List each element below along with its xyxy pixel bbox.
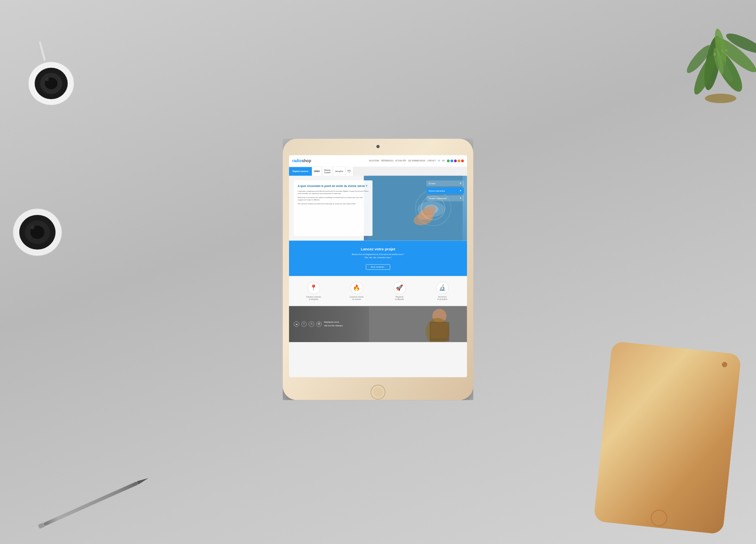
launch-section: Lancez votre projet Besoin d'un renseign… <box>289 241 467 276</box>
footer-social-icons: ☁ f 𝕏 ⚙ <box>294 321 322 327</box>
hero-para2: Radioshop vous propose des solutions mar… <box>298 197 369 202</box>
ipad-screen: radioshop SOLUTIONS RÉFÉRENCES ACTUALITÉ… <box>289 155 467 377</box>
hero-para1: L'expérience shopping a profondément évo… <box>298 191 369 195</box>
feature-reactivite-label: Réactivitéet efficacité <box>395 296 404 301</box>
hero-content-box: A quoi ressemble le point de vente du 21… <box>294 180 372 236</box>
feature-recherche-icon: 🔬 <box>436 281 449 294</box>
nav-icon-google[interactable] <box>447 159 450 162</box>
ipad-device: radioshop SOLUTIONS RÉFÉRENCES ACTUALITÉ… <box>283 139 473 400</box>
feature-reactivite: 🚀 Réactivitéet efficacité <box>381 281 419 301</box>
features-section: 📍 Solutions créativeset intégrées 🔥 Cons… <box>289 276 467 306</box>
borne-label: Borne interactive <box>429 190 445 192</box>
launch-subtitle-2: Vite, vite, vite, contactez nous ! <box>295 256 461 259</box>
speaker-top <box>24 55 79 112</box>
nav-icon-facebook[interactable] <box>450 159 453 162</box>
nav-link-actualites[interactable]: ACTUALITÉS <box>395 160 406 162</box>
tab-digital-instore[interactable]: Digital instore <box>289 167 312 176</box>
site-logo: radioshop <box>292 159 311 163</box>
svg-point-11 <box>713 53 716 56</box>
footer-icon-soundcloud[interactable]: ☁ <box>294 321 299 327</box>
realite-plus: + <box>460 196 461 200</box>
nav-link-solutions[interactable]: SOLUTIONS <box>369 160 379 162</box>
feature-recherche: 🔬 Rechercheet innovation <box>424 281 461 301</box>
nav-icon-other1[interactable] <box>458 159 460 162</box>
svg-point-22 <box>31 226 35 229</box>
svg-point-32 <box>376 145 380 148</box>
footer-icon-facebook[interactable]: f <box>301 321 307 327</box>
nav-link-fr[interactable]: FR <box>438 160 440 162</box>
gold-tablet <box>593 341 741 535</box>
feature-recherche-label: Rechercheet innovation <box>437 296 448 301</box>
plant-decoration <box>642 0 756 118</box>
svg-point-34 <box>373 387 383 397</box>
hero-para3: Des solutions créatives qui mettent la t… <box>298 203 369 205</box>
svg-rect-27 <box>593 341 741 535</box>
svg-point-1 <box>705 94 736 103</box>
ecrans-plus: + <box>460 181 461 185</box>
plant-svg <box>642 0 756 110</box>
feature-creative: 📍 Solutions créativeset intégrées <box>295 281 333 301</box>
tab-jennyfer[interactable]: JennyFer <box>333 167 346 176</box>
nav-social-icons <box>447 159 464 162</box>
nav-link-qui[interactable]: QUI SOMMES-NOUS <box>408 160 426 162</box>
footer-icon-settings[interactable]: ⚙ <box>316 321 322 327</box>
realite-label: Réalité augmentée <box>429 197 447 200</box>
nav-link-contact[interactable]: CONTACT <box>427 160 435 162</box>
nav-link-en[interactable]: EN <box>442 160 445 162</box>
site-footer: ☁ f 𝕏 ⚙ Rejoignez-nous vite sur les rése… <box>289 306 467 342</box>
hero-sidebar-realite[interactable]: Réalité augmentée + <box>426 195 464 201</box>
feature-conseil-label: Conseil et servicesur mesure <box>350 296 364 301</box>
footer-text-line1: Rejoignez-nous <box>324 320 343 324</box>
tab-gemo[interactable]: GÉMO <box>312 167 322 176</box>
ecrans-label: Ecrans <box>429 182 435 185</box>
hero-sidebar-borne[interactable]: Borne interactive + <box>426 188 464 194</box>
feature-creative-label: Solutions créativeset intégrées <box>306 296 321 301</box>
pen <box>32 497 158 509</box>
footer-text-line2: vite sur les réseaux <box>324 324 343 328</box>
site-tabs-bar: Digital instore GÉMO BeautySystem JennyF… <box>289 167 467 176</box>
speaker-bottom <box>8 201 67 265</box>
tab-beauty[interactable]: BeautySystem <box>322 167 333 176</box>
nav-icon-twitter[interactable] <box>454 159 457 162</box>
hero-title: A quoi ressemble le point de vente du 21… <box>298 184 369 188</box>
logo-shop: shop <box>302 159 311 163</box>
footer-icon-twitter[interactable]: 𝕏 <box>309 321 314 327</box>
launch-subtitle-1: Besoin d'un renseignement ou d'une prise… <box>295 253 461 255</box>
hero-sidebar-ecrans[interactable]: Ecrans + <box>426 180 464 186</box>
feature-conseil-icon: 🔥 <box>350 281 363 294</box>
nav-link-references[interactable]: RÉFÉRENCES <box>381 160 393 162</box>
footer-overlay: ☁ f 𝕏 ⚙ Rejoignez-nous vite sur les rése… <box>289 306 467 342</box>
nav-links: SOLUTIONS RÉFÉRENCES ACTUALITÉS QUI SOMM… <box>369 160 445 162</box>
borne-plus: + <box>460 189 461 192</box>
feature-creative-icon: 📍 <box>308 281 320 294</box>
feature-reactivite-icon: 🚀 <box>393 281 406 294</box>
svg-marker-24 <box>137 476 149 484</box>
svg-point-17 <box>46 78 49 81</box>
svg-point-12 <box>725 49 728 52</box>
hero-sidebar: Ecrans + Borne interactive + Réalité aug… <box>426 180 464 201</box>
feature-conseil: 🔥 Conseil et servicesur mesure <box>338 281 376 301</box>
launch-title: Lancez votre projet <box>295 247 461 251</box>
site-navbar: radioshop SOLUTIONS RÉFÉRENCES ACTUALITÉ… <box>289 155 467 167</box>
site-hero-section: A quoi ressemble le point de vente du 21… <box>289 176 467 241</box>
logo-radio: radio <box>292 159 302 163</box>
launch-contact-button[interactable]: Nous contacter › <box>366 264 391 270</box>
nav-icon-other2[interactable] <box>461 159 464 162</box>
tab-shield[interactable]: 🛡 <box>346 167 353 176</box>
footer-text: Rejoignez-nous vite sur les réseaux <box>324 320 343 328</box>
